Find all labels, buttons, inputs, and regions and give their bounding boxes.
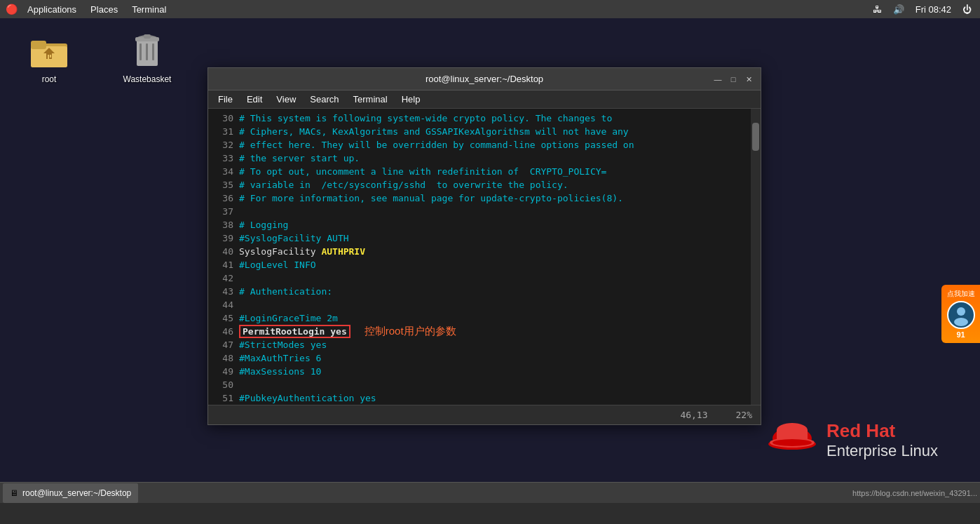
redhat-name: Red Hat — [826, 420, 938, 442]
term-line-32: 32# effect here. They will be overridden… — [208, 138, 761, 152]
network-icon: 🖧 — [870, 4, 885, 15]
datetime: Fri 08:42 — [913, 4, 954, 15]
term-line-36: 36# For more information, see manual pag… — [208, 192, 761, 205]
status-percent: 22% — [736, 410, 752, 420]
scrollbar-thumb — [752, 123, 759, 151]
root-icon-label: root — [42, 74, 57, 84]
volume-icon: 🔊 — [890, 4, 907, 15]
csdn-avatar — [947, 301, 975, 329]
taskbar-terminal-item[interactable]: 🖥 root@linux_server:~/Desktop — [3, 483, 138, 503]
top-bar-right: 🖧 🔊 Fri 08:42 ⏻ — [870, 0, 974, 18]
term-line-38: 38# Logging — [208, 218, 761, 231]
applications-menu[interactable]: Applications — [20, 0, 83, 18]
terminal-statusbar: 46,13 22% — [208, 405, 761, 424]
menu-file[interactable]: File — [211, 90, 240, 109]
taskbar-icon: 🖥 — [10, 488, 18, 498]
term-line-39: 39#SyslogFacility AUTH — [208, 231, 761, 245]
term-line-45: 45#LoginGraceTime 2m — [208, 311, 761, 325]
term-line-51: 51#PubkeyAuthentication yes — [208, 391, 761, 405]
term-line-40: 40SyslogFacility AUTHPRIV — [208, 245, 761, 258]
svg-rect-13 — [144, 34, 151, 39]
close-button[interactable]: ✕ — [742, 73, 755, 86]
folder-icon — [29, 32, 69, 72]
csdn-num: 91 — [956, 330, 965, 339]
terminal-window: root@linux_server:~/Desktop — □ ✕ File E… — [207, 67, 761, 425]
menu-edit[interactable]: Edit — [240, 90, 269, 109]
svg-point-15 — [957, 307, 965, 316]
terminal-menubar: File Edit View Search Terminal Help — [208, 90, 761, 109]
redhat-text: Red Hat Enterprise Linux — [826, 420, 938, 460]
desktop: root Wastebasket root@linux_server:~/Des… — [0, 18, 980, 503]
svg-rect-5 — [48, 55, 49, 59]
csdn-widget[interactable]: 点我加速 91 — [941, 285, 980, 343]
redhat-logo — [768, 419, 817, 461]
svg-rect-10 — [146, 43, 148, 60]
svg-point-16 — [954, 318, 968, 326]
desktop-icon-root[interactable]: root — [21, 32, 77, 84]
maximize-button[interactable]: □ — [727, 73, 740, 86]
svg-rect-11 — [152, 43, 154, 60]
term-line-47: 47#StrictModes yes — [208, 338, 761, 351]
terminal-scrollbar[interactable] — [751, 109, 761, 405]
term-line-31: 31# Ciphers, MACs, KexAlgoritms and GSSA… — [208, 125, 761, 138]
menu-search[interactable]: Search — [303, 90, 346, 109]
minimize-button[interactable]: — — [712, 73, 724, 86]
term-line-46: 46PermitRootLogin yes控制root用户的参数 — [208, 325, 761, 338]
svg-rect-6 — [50, 55, 51, 58]
places-menu[interactable]: Places — [83, 0, 125, 18]
top-menubar: 🔴 Applications Places Terminal 🖧 🔊 Fri 0… — [0, 0, 980, 18]
window-title: root@linux_server:~/Desktop — [426, 74, 543, 84]
term-line-42: 42 — [208, 271, 761, 285]
term-line-44: 44 — [208, 298, 761, 311]
svg-rect-2 — [31, 41, 46, 49]
term-line-49: 49#MaxSessions 10 — [208, 365, 761, 378]
power-icon: ⏻ — [960, 4, 974, 15]
redhat-subtitle: Enterprise Linux — [826, 442, 938, 460]
apple-icon: 🔴 — [6, 4, 18, 15]
terminal-content[interactable]: 30# This system is following system-wide… — [208, 109, 761, 405]
term-line-33: 33# the server start up. — [208, 152, 761, 165]
svg-point-23 — [773, 439, 812, 446]
term-line-34: 34# To opt out, uncomment a line with re… — [208, 165, 761, 178]
term-line-48: 48#MaxAuthTries 6 — [208, 351, 761, 365]
term-line-35: 35# variable in /etc/sysconfig/sshd to o… — [208, 178, 761, 192]
menu-view[interactable]: View — [269, 90, 303, 109]
taskbar-url: https://blog.csdn.net/weixin_43291... — [852, 489, 977, 497]
terminal-titlebar: root@linux_server:~/Desktop — □ ✕ — [208, 68, 761, 90]
window-controls: — □ ✕ — [712, 68, 755, 90]
csdn-text: 点我加速 — [947, 289, 975, 298]
menu-terminal[interactable]: Terminal — [346, 90, 395, 109]
trash-icon — [128, 32, 167, 72]
terminal-menu[interactable]: Terminal — [125, 0, 173, 18]
cursor-position: 46,13 — [680, 410, 707, 420]
term-line-30: 30# This system is following system-wide… — [208, 112, 761, 125]
wastebasket-icon-label: Wastebasket — [123, 74, 172, 84]
term-line-37: 37 — [208, 205, 761, 218]
desktop-icon-wastebasket[interactable]: Wastebasket — [119, 32, 175, 84]
menu-help[interactable]: Help — [395, 90, 428, 109]
term-line-50: 50 — [208, 378, 761, 391]
term-line-41: 41#LogLevel INFO — [208, 258, 761, 271]
svg-rect-9 — [139, 43, 142, 60]
taskbar: 🖥 root@linux_server:~/Desktop https://bl… — [0, 482, 980, 503]
redhat-brand: Red Hat Enterprise Linux — [768, 419, 938, 461]
taskbar-label: root@linux_server:~/Desktop — [22, 488, 131, 498]
term-line-43: 43# Authentication: — [208, 285, 761, 298]
